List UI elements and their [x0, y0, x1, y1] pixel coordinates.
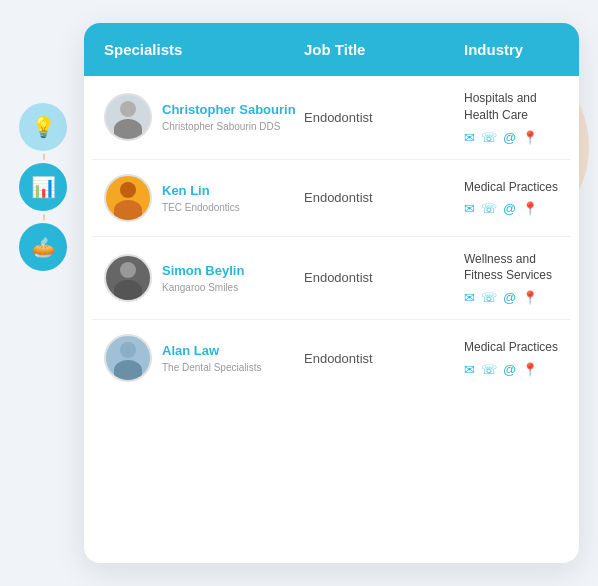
- email-icon-2[interactable]: ✉: [464, 201, 475, 216]
- idea-icon: 💡: [31, 115, 56, 139]
- avatar-1: [104, 93, 152, 141]
- industry-name-1: Hospitals and Health Care: [464, 90, 559, 124]
- location-icon-3[interactable]: 📍: [522, 290, 538, 305]
- person-body: [114, 360, 142, 380]
- contact-icons-1: ✉ ☏ @ 📍: [464, 130, 559, 145]
- analytics-icon-button[interactable]: 📊: [19, 163, 67, 211]
- table-header: Specialists Job Title Industry: [84, 23, 579, 76]
- industry-name-4: Medical Practices: [464, 339, 559, 356]
- table-body: Christopher Sabourin Christopher Sabouri…: [84, 76, 579, 396]
- industry-cell-1: Hospitals and Health Care ✉ ☏ @ 📍: [464, 90, 559, 145]
- specialist-cell-3: Simon Beylin Kangaroo Smiles: [104, 254, 304, 302]
- person-silhouette: [110, 97, 146, 139]
- specialist-name-2: Ken Lin: [162, 183, 240, 200]
- industry-name-2: Medical Practices: [464, 179, 559, 196]
- main-wrapper: 💡 📊 🥧 Specialists Job Title Industry: [19, 23, 579, 563]
- industry-column-header: Industry: [464, 41, 559, 58]
- specialist-cell-2: Ken Lin TEC Endodontics: [104, 174, 304, 222]
- specialist-info-4: Alan Law The Dental Specialists: [162, 343, 262, 373]
- contact-icons-3: ✉ ☏ @ 📍: [464, 290, 559, 305]
- contact-icons-2: ✉ ☏ @ 📍: [464, 201, 559, 216]
- person-silhouette: [110, 338, 146, 380]
- specialist-cell-4: Alan Law The Dental Specialists: [104, 334, 304, 382]
- job-title-1: Endodontist: [304, 110, 464, 125]
- specialist-company-2: TEC Endodontics: [162, 202, 240, 213]
- job-title-4: Endodontist: [304, 351, 464, 366]
- email-icon-3[interactable]: ✉: [464, 290, 475, 305]
- specialists-column-header: Specialists: [104, 41, 304, 58]
- specialist-info-2: Ken Lin TEC Endodontics: [162, 183, 240, 213]
- industry-cell-2: Medical Practices ✉ ☏ @ 📍: [464, 179, 559, 217]
- at-icon-2[interactable]: @: [503, 201, 516, 216]
- person-head: [120, 342, 136, 358]
- job-title-2: Endodontist: [304, 190, 464, 205]
- table-row: Ken Lin TEC Endodontics Endodontist Medi…: [92, 160, 571, 237]
- job-title-column-header: Job Title: [304, 41, 464, 58]
- table-row: Alan Law The Dental Specialists Endodont…: [92, 320, 571, 396]
- location-icon-4[interactable]: 📍: [522, 362, 538, 377]
- phone-icon-3[interactable]: ☏: [481, 290, 497, 305]
- person-body: [114, 280, 142, 300]
- specialist-cell-1: Christopher Sabourin Christopher Sabouri…: [104, 93, 304, 141]
- person-silhouette: [110, 178, 146, 220]
- specialist-name-1: Christopher Sabourin: [162, 102, 296, 119]
- table-row: Simon Beylin Kangaroo Smiles Endodontist…: [92, 237, 571, 321]
- specialist-company-4: The Dental Specialists: [162, 362, 262, 373]
- at-icon-1[interactable]: @: [503, 130, 516, 145]
- industry-name-3: Wellness and Fitness Services: [464, 251, 559, 285]
- location-icon-2[interactable]: 📍: [522, 201, 538, 216]
- email-icon-1[interactable]: ✉: [464, 130, 475, 145]
- specialist-company-3: Kangaroo Smiles: [162, 282, 244, 293]
- industry-cell-4: Medical Practices ✉ ☏ @ 📍: [464, 339, 559, 377]
- email-icon-4[interactable]: ✉: [464, 362, 475, 377]
- specialist-info-3: Simon Beylin Kangaroo Smiles: [162, 263, 244, 293]
- phone-icon-2[interactable]: ☏: [481, 201, 497, 216]
- location-icon-1[interactable]: 📍: [522, 130, 538, 145]
- avatar-2: [104, 174, 152, 222]
- person-head: [120, 182, 136, 198]
- phone-icon-4[interactable]: ☏: [481, 362, 497, 377]
- avatar-4: [104, 334, 152, 382]
- person-head: [120, 262, 136, 278]
- table-card: Specialists Job Title Industry Christoph…: [84, 23, 579, 563]
- person-head: [120, 101, 136, 117]
- table-row: Christopher Sabourin Christopher Sabouri…: [92, 76, 571, 160]
- specialist-info-1: Christopher Sabourin Christopher Sabouri…: [162, 102, 296, 132]
- industry-cell-3: Wellness and Fitness Services ✉ ☏ @ 📍: [464, 251, 559, 306]
- specialist-name-4: Alan Law: [162, 343, 262, 360]
- contact-icons-4: ✉ ☏ @ 📍: [464, 362, 559, 377]
- job-title-3: Endodontist: [304, 270, 464, 285]
- idea-icon-button[interactable]: 💡: [19, 103, 67, 151]
- sidebar: 💡 📊 🥧: [19, 103, 67, 271]
- at-icon-4[interactable]: @: [503, 362, 516, 377]
- pie-chart-icon: 🥧: [31, 235, 56, 259]
- pie-chart-icon-button[interactable]: 🥧: [19, 223, 67, 271]
- specialist-name-3: Simon Beylin: [162, 263, 244, 280]
- person-silhouette: [110, 258, 146, 300]
- specialist-company-1: Christopher Sabourin DDS: [162, 121, 296, 132]
- avatar-3: [104, 254, 152, 302]
- chart-icon: 📊: [31, 175, 56, 199]
- at-icon-3[interactable]: @: [503, 290, 516, 305]
- person-body: [114, 200, 142, 220]
- person-body: [114, 119, 142, 139]
- phone-icon-1[interactable]: ☏: [481, 130, 497, 145]
